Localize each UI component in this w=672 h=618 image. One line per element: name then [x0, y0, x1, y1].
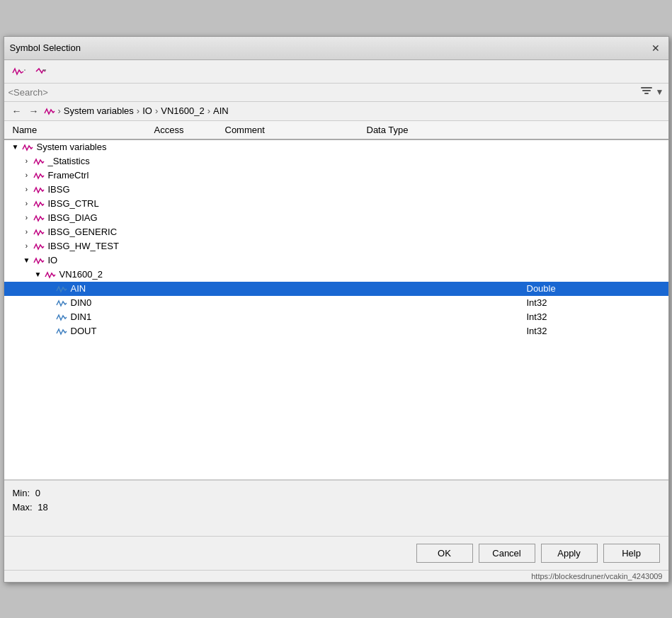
- col-name: Name: [10, 123, 152, 137]
- settings-icon: [35, 67, 47, 76]
- node-label: _Statistics: [47, 156, 668, 166]
- col-datatype: Data Type: [364, 123, 449, 137]
- folder-wave-icon: [33, 212, 45, 224]
- expand-icon: [44, 297, 55, 309]
- cancel-button[interactable]: Cancel: [479, 544, 535, 563]
- signal-toolbar-btn[interactable]: [8, 63, 28, 80]
- tree-row[interactable]: › IBSG_HW_TEST: [4, 239, 668, 253]
- node-label: IO: [47, 255, 668, 265]
- tree-row[interactable]: DOUT Int32: [4, 324, 668, 338]
- breadcrumb: ← → › System variables › IO › VN1600_2 ›…: [4, 102, 668, 121]
- tree-row[interactable]: ▼ IO: [4, 253, 668, 268]
- folder-wave-icon: [33, 169, 45, 182]
- node-label: DOUT: [69, 326, 527, 336]
- folder-wave-icon: [33, 183, 45, 196]
- tree-row[interactable]: › IBSG_DIAG: [4, 211, 668, 225]
- data-type: Int32: [527, 311, 668, 322]
- tree-row[interactable]: › IBSG: [4, 183, 668, 197]
- expand-icon[interactable]: ›: [21, 212, 33, 224]
- expand-icon: [44, 283, 55, 294]
- wave-toolbar-icon: [11, 66, 25, 77]
- expand-icon[interactable]: ›: [21, 184, 33, 195]
- tree-row[interactable]: ▼ VN1600_2: [4, 268, 668, 282]
- status-url: https://blockesdruner/vcakin_4243009: [531, 572, 662, 580]
- toolbar: [4, 60, 668, 84]
- expand-icon: [44, 311, 55, 323]
- tree-row[interactable]: DIN1 Int32: [4, 310, 668, 324]
- expand-icon[interactable]: ▼: [33, 269, 44, 280]
- tree-row[interactable]: DIN0 Int32: [4, 296, 668, 310]
- max-value: 18: [38, 502, 47, 513]
- tree-row-ain[interactable]: AIN Double: [4, 282, 668, 296]
- node-label: VN1600_2: [58, 269, 668, 280]
- folder-wave-icon: [33, 198, 45, 210]
- breadcrumb-item-2[interactable]: VN1600_2: [161, 105, 204, 116]
- col-access: Access: [152, 123, 222, 137]
- breadcrumb-wave-icon: [44, 106, 55, 116]
- column-headers: Name Access Comment Data Type: [4, 121, 668, 140]
- breadcrumb-forward-btn[interactable]: →: [27, 105, 41, 118]
- svg-rect-4: [644, 93, 649, 94]
- signal-wave-icon: [55, 282, 68, 295]
- signal-wave-icon: [55, 297, 68, 309]
- folder-wave-icon: [33, 254, 45, 267]
- data-type: Int32: [527, 297, 668, 308]
- symbol-selection-dialog: Symbol Selection ✕ ▼: [4, 36, 669, 583]
- node-label: System variables: [35, 142, 668, 152]
- tree-row[interactable]: › FrameCtrl: [4, 168, 668, 183]
- min-line: Min: 0: [13, 486, 660, 501]
- expand-icon[interactable]: ›: [21, 170, 33, 181]
- svg-rect-3: [642, 90, 651, 91]
- folder-wave-icon: [33, 240, 45, 253]
- node-label: IBSG_CTRL: [47, 198, 668, 209]
- data-type: Int32: [527, 326, 668, 336]
- settings-toolbar-btn[interactable]: [31, 63, 51, 80]
- expand-icon[interactable]: ▼: [10, 142, 21, 153]
- expand-icon[interactable]: ▼: [21, 255, 33, 266]
- tree-row[interactable]: › IBSG_GENERIC: [4, 225, 668, 239]
- search-bar: ▼: [4, 84, 668, 102]
- expand-icon[interactable]: ›: [21, 156, 33, 167]
- expand-icon[interactable]: ›: [21, 198, 33, 210]
- expand-icon[interactable]: ›: [21, 241, 33, 252]
- dropdown-arrow-icon[interactable]: ▼: [656, 87, 664, 97]
- tree-area: ▼ System variables › _Statistics › Frame…: [4, 140, 668, 480]
- node-label: DIN1: [69, 311, 527, 322]
- node-label: IBSG_DIAG: [47, 212, 668, 223]
- tree-row[interactable]: › IBSG_CTRL: [4, 197, 668, 211]
- data-type: Double: [527, 283, 668, 294]
- breadcrumb-item-1[interactable]: IO: [142, 105, 152, 116]
- node-label: AIN: [69, 283, 527, 294]
- folder-wave-icon: [44, 268, 57, 281]
- breadcrumb-back-btn[interactable]: ←: [10, 105, 24, 118]
- close-button[interactable]: ✕: [649, 41, 663, 55]
- ok-button[interactable]: OK: [416, 544, 473, 563]
- signal-wave-icon: [55, 311, 68, 324]
- filter-icon[interactable]: [640, 86, 653, 99]
- tree-row[interactable]: › _Statistics: [4, 154, 668, 168]
- breadcrumb-item-3[interactable]: AIN: [213, 105, 229, 116]
- signal-wave-icon: [55, 325, 68, 338]
- node-label: IBSG_GENERIC: [47, 227, 668, 237]
- max-label: Max:: [13, 502, 33, 513]
- folder-wave-icon: [21, 141, 34, 154]
- breadcrumb-item-0[interactable]: System variables: [64, 105, 134, 116]
- title-bar: Symbol Selection ✕: [4, 37, 668, 60]
- expand-icon[interactable]: ›: [21, 227, 33, 238]
- status-bar: https://blockesdruner/vcakin_4243009: [4, 570, 668, 582]
- folder-wave-icon: [33, 155, 45, 168]
- folder-wave-icon: [33, 226, 45, 239]
- col-comment: Comment: [222, 123, 364, 137]
- buttons-bar: OK Cancel Apply Help: [4, 537, 668, 570]
- min-value: 0: [35, 488, 40, 498]
- min-label: Min:: [13, 488, 30, 498]
- node-label: DIN0: [69, 297, 527, 308]
- info-panel: Min: 0 Max: 18: [4, 480, 668, 537]
- max-line: Max: 18: [13, 500, 660, 515]
- help-button[interactable]: Help: [603, 544, 660, 563]
- apply-button[interactable]: Apply: [541, 544, 598, 563]
- dialog-title: Symbol Selection: [10, 42, 81, 53]
- tree-row[interactable]: ▼ System variables: [4, 140, 668, 154]
- node-label: IBSG: [47, 184, 668, 195]
- search-input[interactable]: [8, 87, 640, 98]
